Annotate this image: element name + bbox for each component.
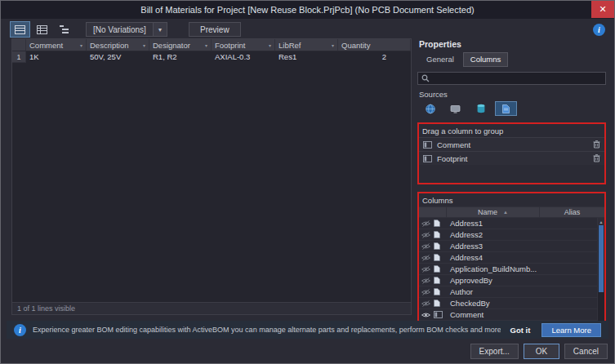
cell-quantity: 2 <box>338 51 411 63</box>
column-row[interactable]: Address2 <box>419 229 604 241</box>
scrollbar-thumb[interactable] <box>599 225 604 292</box>
grouped-view-button[interactable] <box>32 21 52 38</box>
scroll-up-icon[interactable]: ▲ <box>598 218 604 225</box>
sources-buttons <box>419 101 606 116</box>
source-web-button[interactable] <box>419 101 441 116</box>
visibility-off-icon[interactable] <box>421 289 430 295</box>
info-icon[interactable]: i <box>593 24 605 36</box>
export-button[interactable]: Export... <box>470 344 519 359</box>
document-icon <box>434 277 440 284</box>
search-box[interactable] <box>417 72 606 85</box>
sort-icon: ▾ <box>143 42 145 48</box>
column-row[interactable]: CheckedBy <box>419 298 604 309</box>
columns-header-name[interactable]: Name ▲ <box>447 207 540 217</box>
search-input[interactable] <box>433 74 602 83</box>
columns-header-icons <box>419 207 447 217</box>
column-row[interactable]: Address1 <box>419 218 604 229</box>
library-icon <box>450 104 461 113</box>
column-name: Application_BuildNumb... <box>447 264 540 273</box>
visibility-off-icon[interactable] <box>421 300 430 307</box>
grid-status-bar: 1 of 1 lines visible <box>12 302 411 314</box>
column-row[interactable]: Address3 <box>419 241 604 252</box>
columns-header-alias[interactable]: Alias <box>540 207 604 217</box>
chevron-down-icon[interactable]: ▼ <box>153 23 167 36</box>
trash-icon[interactable] <box>593 154 600 162</box>
column-row[interactable]: Author <box>419 286 604 298</box>
document-icon <box>502 104 510 113</box>
row-number: 1 <box>12 51 26 63</box>
group-item-footprint[interactable]: Footprint <box>419 151 604 165</box>
cell-footprint: AXIAL-0.3 <box>212 51 275 63</box>
variations-dropdown[interactable]: [No Variations] ▼ <box>86 22 167 37</box>
grouped-view-icon <box>37 25 47 34</box>
column-name: Address3 <box>447 242 540 251</box>
column-header-comment[interactable]: Comment▾ <box>26 39 87 51</box>
columns-list: Address1 Address2 Address3 Address4 <box>419 218 604 329</box>
document-icon <box>434 265 440 273</box>
got-it-link[interactable]: Got it <box>510 326 531 335</box>
source-document-button[interactable] <box>495 101 517 116</box>
trash-icon[interactable] <box>593 140 600 149</box>
info-icon: i <box>14 324 26 336</box>
visibility-off-icon[interactable] <box>421 277 430 284</box>
visibility-off-icon[interactable] <box>421 266 430 273</box>
source-database-button[interactable] <box>470 101 492 116</box>
cell-designator: R1, R2 <box>149 51 212 63</box>
column-row[interactable]: ApprovedBy <box>419 275 604 286</box>
column-row[interactable]: Address4 <box>419 252 604 264</box>
columns-section-title: Columns <box>419 193 604 206</box>
tree-view-icon <box>60 25 69 33</box>
visibility-off-icon[interactable] <box>421 220 430 227</box>
tab-columns[interactable]: Columns <box>463 52 509 67</box>
properties-panel: Properties General Columns Sources <box>417 37 606 317</box>
column-glyph-icon <box>434 311 443 318</box>
ok-button[interactable]: OK <box>524 344 559 359</box>
column-header-description[interactable]: Description▾ <box>87 39 149 51</box>
variations-value: [No Variations] <box>87 23 153 36</box>
close-button[interactable]: ✕ <box>591 1 614 18</box>
bom-grid: Comment▾ Description▾ Designator▾ Footpr… <box>11 38 412 315</box>
document-icon <box>434 300 440 307</box>
column-header-footprint[interactable]: Footprint▾ <box>212 39 275 51</box>
document-icon <box>434 220 440 227</box>
preview-button[interactable]: Preview <box>189 22 241 37</box>
source-library-button[interactable] <box>444 101 466 116</box>
columns-list-header: Name ▲ Alias <box>419 206 604 218</box>
bom-row-1[interactable]: 1 1K 50V, 25V R1, R2 AXIAL-0.3 Res1 2 <box>12 51 411 63</box>
visibility-off-icon[interactable] <box>421 243 430 250</box>
tree-view-button[interactable] <box>54 21 74 38</box>
column-name: CheckedBy <box>447 299 540 308</box>
visibility-off-icon[interactable] <box>421 255 430 261</box>
column-header-designator[interactable]: Designator▾ <box>149 39 212 51</box>
learn-more-button[interactable]: Learn More <box>541 323 601 337</box>
banner-message: Experience greater BOM editing capabilit… <box>33 326 501 334</box>
cell-description: 50V, 25V <box>87 51 149 63</box>
sort-asc-icon: ▲ <box>503 210 508 215</box>
column-name: Comment <box>447 310 540 319</box>
group-item-label: Comment <box>437 140 470 149</box>
grid-empty-area[interactable] <box>12 63 411 302</box>
sources-label: Sources <box>419 90 606 99</box>
sort-icon: ▾ <box>332 42 334 48</box>
column-name: Author <box>447 287 540 296</box>
document-icon <box>434 231 440 238</box>
sort-icon: ▾ <box>205 42 207 48</box>
column-row[interactable]: Application_BuildNumb... <box>419 264 604 275</box>
globe-icon <box>425 104 436 114</box>
group-item-comment[interactable]: Comment <box>419 137 604 151</box>
grid-header-row: Comment▾ Description▾ Designator▾ Footpr… <box>12 39 411 51</box>
visibility-off-icon[interactable] <box>421 232 430 238</box>
column-header-quantity[interactable]: Quantity <box>338 39 411 51</box>
flat-list-view-button[interactable] <box>10 21 30 38</box>
tab-general[interactable]: General <box>419 52 461 67</box>
activebom-banner: i Experience greater BOM editing capabil… <box>7 321 608 339</box>
cancel-button[interactable]: Cancel <box>564 344 608 359</box>
sort-icon: ▾ <box>269 42 271 48</box>
visibility-on-icon[interactable] <box>421 312 430 318</box>
column-header-libref[interactable]: LibRef▾ <box>275 39 338 51</box>
columns-scrollbar[interactable]: ▲ ▼ <box>597 218 604 329</box>
highlight-box-columns: Columns Name ▲ Alias Address1 <box>417 192 606 331</box>
document-icon <box>434 288 440 295</box>
column-row-comment[interactable]: Comment <box>419 309 604 321</box>
properties-tabs: General Columns <box>419 52 606 67</box>
